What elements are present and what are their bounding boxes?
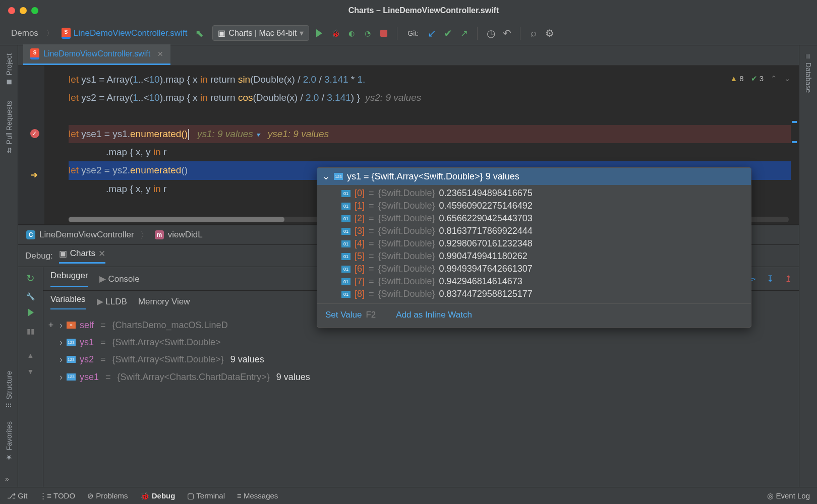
status-messages[interactable]: ≡ Messages — [237, 491, 278, 500]
minimize-window-button[interactable] — [20, 7, 27, 14]
run-config-label: Charts | Mac 64-bit — [228, 29, 297, 38]
chevron-down-icon[interactable]: ⌄ — [322, 171, 330, 182]
add-watch-button[interactable]: + — [46, 317, 55, 334]
close-tab-icon[interactable]: ✕ — [98, 248, 105, 259]
variables-tree[interactable]: + › ≡ self = {ChartsDemo_macOS.LineD › 1… — [43, 312, 799, 487]
status-problems[interactable]: ⊘ Problems — [87, 491, 128, 500]
step-out-button[interactable]: ↥ — [785, 274, 792, 284]
editor-tab-active[interactable]: S LineDemoViewController.swift ✕ — [23, 44, 170, 65]
number-icon: 01 — [341, 266, 351, 273]
variable-row[interactable]: › 123 ys1 = {Swift.Array<Swift.Double> — [46, 334, 795, 351]
list-icon: 123 — [334, 173, 343, 180]
code-line-breakpoint[interactable]: let yse1 = ys1.enumerated() ys1: 9 value… — [69, 125, 791, 143]
popup-item[interactable]: 01 [8] = {Swift.Double} 0.83744729588125… — [317, 288, 751, 300]
popup-item[interactable]: 01 [3] = {Swift.Double} 0.81637717869922… — [317, 225, 751, 237]
close-tab-icon[interactable]: ✕ — [157, 50, 163, 58]
search-button[interactable]: ⌕ — [528, 27, 540, 39]
status-git[interactable]: ⎇ Git — [7, 491, 27, 500]
tab-variables[interactable]: Variables — [50, 294, 86, 309]
zoom-window-button[interactable] — [31, 7, 38, 14]
number-icon: 01 — [341, 215, 351, 222]
editor-tabs: S LineDemoViewController.swift ✕ — [18, 45, 799, 66]
more-tool-windows-button[interactable]: » — [5, 475, 9, 483]
shortcut-label: F2 — [366, 310, 376, 320]
run-config-selector[interactable]: ▣ Charts | Mac 64-bit ▾ — [212, 25, 309, 41]
popup-items: 01 [0] = {Swift.Double} 0.23651494898416… — [317, 185, 751, 303]
history-button[interactable]: ◷ — [485, 27, 497, 39]
breakpoint-icon[interactable] — [30, 129, 39, 138]
popup-item[interactable]: 01 [1] = {Swift.Double} 0.45960902275146… — [317, 200, 751, 212]
debug-button[interactable]: 🐞 — [329, 27, 341, 39]
pull-requests-tool-button[interactable]: ⇆Pull Requests — [5, 101, 13, 153]
status-todo[interactable]: ⋮≡ TODO — [39, 491, 75, 500]
git-commit-button[interactable]: ✔ — [442, 27, 454, 39]
status-terminal[interactable]: ▢ Terminal — [187, 491, 225, 500]
popup-item[interactable]: 01 [0] = {Swift.Double} 0.23651494898416… — [317, 187, 751, 200]
status-debug[interactable]: 🐞 Debug — [140, 491, 176, 500]
terminal-icon: ▢ — [187, 491, 194, 500]
crumb-class[interactable]: LineDemoViewController — [39, 230, 134, 240]
chevron-right-icon[interactable]: › — [60, 317, 63, 334]
popup-header-row[interactable]: ⌄ 123 ys1 = {Swift.Array<Swift.Double>} … — [317, 168, 751, 185]
chevron-right-icon: 〉 — [46, 29, 53, 38]
profile-button[interactable]: ◔ — [362, 27, 374, 39]
database-tool-button[interactable]: ≣Database — [804, 53, 812, 93]
structure-tool-button[interactable]: ⠿Structure — [5, 371, 13, 408]
separator — [477, 27, 478, 40]
messages-icon: ≡ — [237, 491, 242, 500]
build-button[interactable]: ⬉ — [193, 27, 205, 39]
console-icon: ▶ — [97, 297, 103, 306]
code-line[interactable]: let ys1 = Array(1..<10).map { x in retur… — [69, 71, 791, 89]
status-bar: ⎇ Git ⋮≡ TODO ⊘ Problems 🐞 Debug ▢ Termi… — [0, 487, 817, 504]
warning-icon: ⊘ — [87, 491, 94, 500]
scrollbar-thumb[interactable] — [69, 217, 284, 222]
tab-debugger[interactable]: Debugger — [50, 271, 88, 287]
popup-item[interactable]: 01 [7] = {Swift.Double} 0.94294681461467… — [317, 275, 751, 288]
step-into-button[interactable]: ↧ — [767, 274, 774, 284]
right-tool-rail: ≣Database — [799, 45, 817, 487]
modify-run-config-button[interactable]: 🔧 — [26, 292, 35, 300]
main-toolbar: Demos 〉 S LineDemoViewController.swift ⬉… — [0, 21, 817, 45]
crumb-method[interactable]: viewDidL — [168, 230, 203, 240]
stop-button[interactable] — [378, 27, 390, 39]
rerun-button[interactable]: ↻ — [26, 272, 35, 284]
popup-item[interactable]: 01 [5] = {Swift.Double} 0.99047499411802… — [317, 250, 751, 263]
popup-item[interactable]: 01 [2] = {Swift.Double} 0.65662290425443… — [317, 212, 751, 225]
breadcrumb-root[interactable]: Demos — [9, 26, 40, 40]
code-line[interactable]: let ys2 = Array(1..<10).map { x in retur… — [69, 89, 791, 107]
project-tool-button[interactable]: ◼Project — [5, 53, 13, 87]
add-inline-watch-link[interactable]: Add as Inline Watch — [396, 310, 472, 320]
inline-value[interactable]: yse1: 9 values — [260, 129, 329, 139]
debug-target-label[interactable]: Charts — [70, 248, 95, 259]
set-value-link[interactable]: Set Value — [325, 310, 362, 320]
chevron-down-icon[interactable]: ▾ — [256, 131, 260, 139]
popup-item[interactable]: 01 [6] = {Swift.Double} 0.99493947642661… — [317, 263, 751, 275]
breadcrumb-file[interactable]: S LineDemoViewController.swift — [60, 26, 190, 41]
run-button[interactable] — [313, 27, 325, 39]
status-event-log[interactable]: ◎ Event Log — [767, 491, 810, 500]
close-window-button[interactable] — [8, 7, 15, 14]
variable-row[interactable]: › 123 yse1 = {Swift.Array<Charts.ChartDa… — [46, 368, 795, 386]
step-up-button[interactable]: ▲ — [27, 351, 34, 359]
resume-button[interactable] — [28, 308, 34, 319]
number-icon: 01 — [341, 228, 351, 235]
step-down-button[interactable]: ▼ — [27, 367, 34, 375]
chevron-right-icon: 〉 — [140, 229, 149, 241]
chevron-right-icon[interactable]: › — [60, 368, 63, 386]
git-push-button[interactable]: ↗ — [458, 27, 470, 39]
code-line[interactable]: .map { x, y in r — [69, 143, 791, 161]
git-pull-button[interactable]: ↙ — [426, 27, 438, 39]
inline-value[interactable]: ys1: 9 values▾ — [189, 129, 260, 139]
coverage-button[interactable]: ◐ — [345, 27, 358, 39]
tab-memory-view[interactable]: Memory View — [138, 297, 190, 307]
variable-row[interactable]: › 123 ys2 = {Swift.Array<Swift.Double>} … — [46, 351, 795, 368]
tab-lldb[interactable]: ▶ LLDB — [97, 296, 127, 307]
chevron-right-icon[interactable]: › — [60, 351, 63, 368]
favorites-tool-button[interactable]: ★Favorites — [5, 421, 13, 462]
pause-button[interactable]: ▮▮ — [27, 327, 35, 335]
rollback-button[interactable]: ↶ — [501, 27, 513, 39]
settings-button[interactable]: ⚙ — [544, 27, 556, 39]
popup-item[interactable]: 01 [4] = {Swift.Double} 0.92980670161232… — [317, 237, 751, 250]
tab-console[interactable]: ▶ Console — [99, 274, 140, 284]
chevron-right-icon[interactable]: › — [60, 334, 63, 351]
